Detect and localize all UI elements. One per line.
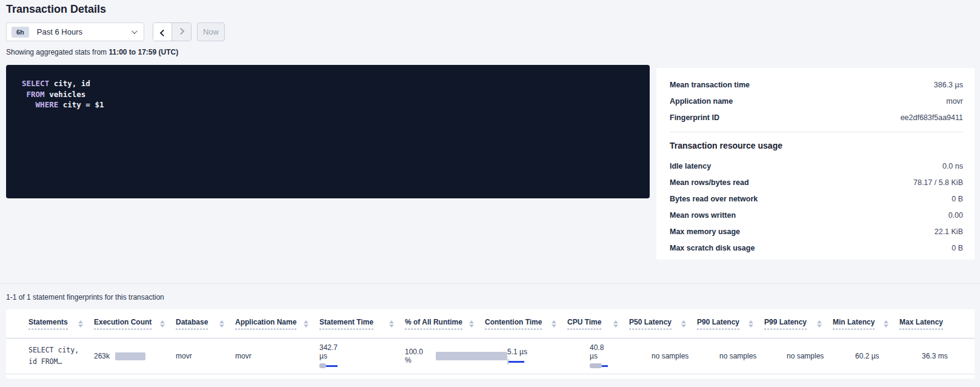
summary-row: Idle latency 0.0 ns xyxy=(656,158,975,174)
chevron-down-icon xyxy=(132,28,138,34)
sort-icon[interactable] xyxy=(552,320,556,328)
sort-icon[interactable] xyxy=(817,320,822,328)
summary-row: Bytes read over network 0 B xyxy=(656,190,975,207)
summary-value: 22.1 KiB xyxy=(935,227,963,236)
summary-row: Max scratch disk usage 0 B xyxy=(656,240,975,256)
summary-row: Mean transaction time 386.3 µs xyxy=(656,76,975,93)
now-button[interactable]: Now xyxy=(197,22,225,41)
sort-icon[interactable] xyxy=(78,320,83,328)
sort-icon[interactable] xyxy=(613,320,618,328)
sort-icon[interactable] xyxy=(219,320,224,328)
column-header-execution-count[interactable]: Execution Count xyxy=(94,318,176,329)
sql-line: SELECT city, id xyxy=(22,78,638,89)
contention-time-bar xyxy=(507,359,524,365)
sort-icon[interactable] xyxy=(304,320,308,328)
cpu-time-value: 40.8 µs xyxy=(590,343,612,360)
execution-count-value: 263k xyxy=(94,352,110,360)
sort-icon[interactable] xyxy=(469,320,474,328)
sql-line: FROM vehicles xyxy=(22,89,638,100)
contention-time-value: 5.1 µs xyxy=(507,348,590,356)
column-header-p90-latency[interactable]: P90 Latency xyxy=(697,318,764,329)
max-latency-value: 36.3 ms xyxy=(922,352,948,360)
summary-row: Application name movr xyxy=(656,93,975,109)
chevron-right-icon xyxy=(177,27,184,34)
column-header-contention-time[interactable]: Contention Time xyxy=(485,318,567,329)
summary-label: Mean transaction time xyxy=(670,81,750,89)
column-header-p99-latency[interactable]: P99 Latency xyxy=(764,318,833,329)
column-header-statement-time[interactable]: Statement Time xyxy=(319,318,405,329)
p50-latency-value: no samples xyxy=(652,352,688,360)
transaction-summary-card: Mean transaction time 386.3 µs Applicati… xyxy=(656,68,975,260)
sort-icon[interactable] xyxy=(681,320,686,328)
column-header-max-latency[interactable]: Max Latency xyxy=(899,318,975,329)
sql-line: WHERE city = $1 xyxy=(22,99,638,110)
summary-row: Fingerprint ID ee2df683f5aa9411 xyxy=(656,109,975,126)
section-divider xyxy=(0,283,980,284)
sort-icon[interactable] xyxy=(748,320,753,328)
column-header-statements[interactable]: Statements xyxy=(28,318,94,329)
next-time-button[interactable] xyxy=(172,23,191,41)
summary-value: 0.0 ns xyxy=(942,162,963,170)
sort-icon[interactable] xyxy=(389,320,394,328)
chevron-left-icon xyxy=(160,29,167,36)
sql-keyword: FROM xyxy=(27,90,45,99)
column-header-database[interactable]: Database xyxy=(176,318,235,329)
table-row: SELECT city, id FROM… 263k movr movr 342… xyxy=(6,338,975,374)
resource-usage-title: Transaction resource usage xyxy=(656,132,975,158)
summary-row: Mean rows/bytes read 78.17 / 5.8 KiB xyxy=(656,174,975,190)
summary-label: Idle latency xyxy=(670,162,711,170)
sort-icon[interactable] xyxy=(160,320,165,328)
percent-runtime-bar xyxy=(436,352,507,360)
sql-keyword: SELECT xyxy=(22,79,49,88)
summary-value: ee2df683f5aa9411 xyxy=(901,113,963,122)
summary-label: Application name xyxy=(670,97,733,106)
transaction-sql-statement: SELECT city, id FROM vehicles WHERE city… xyxy=(6,65,650,198)
stats-line-range: 11:00 to 17:59 (UTC) xyxy=(108,48,178,56)
column-header-p50-latency[interactable]: P50 Latency xyxy=(629,318,697,329)
summary-label: Max scratch disk usage xyxy=(670,244,755,252)
cpu-time-bar xyxy=(590,363,608,369)
table-header-row: Statements Execution Count Database Appl… xyxy=(6,309,975,338)
summary-label: Max memory usage xyxy=(670,227,740,236)
stats-line-prefix: Showing aggregated stats from xyxy=(6,48,107,56)
execution-count-bar xyxy=(115,352,145,360)
summary-row: Mean rows written 0.00 xyxy=(656,207,975,223)
time-nav-group xyxy=(153,22,192,41)
statement-time-bar xyxy=(319,363,338,369)
time-range-badge: 6h xyxy=(12,27,29,38)
statement-link[interactable]: SELECT city, id FROM… xyxy=(28,345,94,368)
previous-time-button[interactable] xyxy=(153,23,172,41)
summary-value: 0 B xyxy=(952,195,963,203)
statements-table: Statements Execution Count Database Appl… xyxy=(6,309,975,379)
summary-label: Mean rows written xyxy=(670,211,736,220)
column-header-cpu-time[interactable]: CPU Time xyxy=(567,318,629,329)
p99-latency-value: no samples xyxy=(787,352,824,360)
column-header-application-name[interactable]: Application Name xyxy=(235,318,319,329)
sort-icon[interactable] xyxy=(884,320,888,328)
summary-label: Mean rows/bytes read xyxy=(670,178,749,187)
summary-value: 386.3 µs xyxy=(934,81,963,89)
aggregated-stats-line: Showing aggregated stats from 11:00 to 1… xyxy=(6,48,178,56)
summary-label: Fingerprint ID xyxy=(670,113,719,122)
column-header-min-latency[interactable]: Min Latency xyxy=(833,318,899,329)
time-controls: 6h Past 6 Hours Now xyxy=(6,22,225,41)
sql-keyword: WHERE xyxy=(36,100,59,109)
time-range-label: Past 6 Hours xyxy=(37,27,82,36)
page-title: Transaction Details xyxy=(6,3,106,16)
column-header-percent-runtime[interactable]: % of All Runtime xyxy=(405,318,485,329)
min-latency-value: 60.2 µs xyxy=(855,352,879,360)
summary-label: Bytes read over network xyxy=(670,195,758,203)
summary-value: 0.00 xyxy=(948,211,963,220)
summary-value: 78.17 / 5.8 KiB xyxy=(913,178,963,187)
statement-time-value: 342.7 µs xyxy=(319,343,347,360)
summary-row: Max memory usage 22.1 KiB xyxy=(656,223,975,240)
statement-count-text: 1-1 of 1 statement fingerprints for this… xyxy=(6,293,164,301)
summary-value: movr xyxy=(946,97,963,106)
p90-latency-value: no samples xyxy=(719,352,756,360)
time-range-dropdown[interactable]: 6h Past 6 Hours xyxy=(6,22,144,41)
application-name-value: movr xyxy=(235,352,252,360)
database-value: movr xyxy=(176,352,192,360)
percent-runtime-value: 100.0 % xyxy=(405,348,430,365)
summary-value: 0 B xyxy=(952,244,963,252)
